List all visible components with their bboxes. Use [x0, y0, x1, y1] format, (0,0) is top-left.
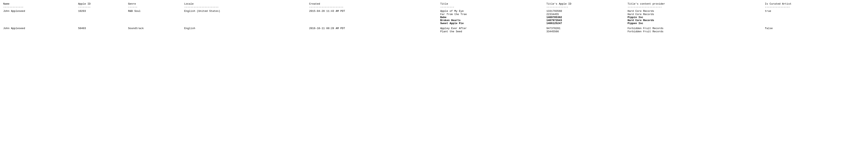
cell-curated: [765, 30, 865, 33]
cell-titleprov: Pippen Inc: [627, 22, 765, 25]
cell-name: [3, 22, 78, 25]
col-header-titleprov: Title's content provider: [627, 2, 765, 6]
cell-titleaid: 1407972643: [546, 19, 627, 22]
main-table: Name Apple ID Genre Locale Created Title…: [3, 2, 865, 33]
cell-created: [309, 30, 440, 33]
cell-titleaid: 1409705302: [546, 16, 627, 19]
cell-appleid: [78, 22, 128, 25]
cell-titleprov: Hard Core Records: [627, 9, 765, 13]
cell-appleid: 50403: [78, 25, 128, 30]
cell-locale: English (United States): [184, 9, 309, 13]
cell-locale: [184, 13, 309, 16]
cell-titleprov: Hard Core Records: [627, 13, 765, 16]
col-header-curated: Is Curated Artist: [765, 2, 865, 6]
table-row: Plant the Seed33445566Forbidden Fruit Re…: [3, 30, 865, 33]
divider-created: ----------------------: [309, 6, 440, 9]
divider-titleprov: ----------------------: [627, 6, 765, 9]
cell-locale: [184, 19, 309, 22]
table-row: Babe1409705302Pippin Inc: [3, 16, 865, 19]
cell-name: John Appleseed: [3, 9, 78, 13]
cell-appleid: [78, 13, 128, 16]
cell-genre: [128, 30, 184, 33]
divider-curated: ----------------: [765, 6, 865, 9]
divider-appleid: --------: [78, 6, 128, 9]
cell-genre: R&B Soul: [128, 9, 184, 13]
cell-name: [3, 13, 78, 16]
cell-title: Broken Hearts: [440, 19, 547, 22]
cell-genre: [128, 19, 184, 22]
cell-created: [309, 19, 440, 22]
divider-title: ---------: [440, 6, 547, 9]
cell-titleaid: 33445566: [546, 30, 627, 33]
cell-curated: [765, 22, 865, 25]
cell-title: Babe: [440, 16, 547, 19]
cell-titleprov: Hard Core Records: [627, 19, 765, 22]
cell-created: [309, 16, 440, 19]
cell-titleprov: Pippin Inc: [627, 16, 765, 19]
cell-appleid: [78, 30, 128, 33]
cell-curated: true: [765, 9, 865, 13]
table-row: Far from the Tree22334455Hard Core Recor…: [3, 13, 865, 16]
cell-locale: [184, 16, 309, 19]
cell-genre: [128, 22, 184, 25]
table-row: Sweet Apple Pie1406125247Pippen Inc: [3, 22, 865, 25]
cell-name: John Appleseed: [3, 25, 78, 30]
divider-titleaid: --------------: [546, 6, 627, 9]
cell-title: Apple of My Eye: [440, 9, 547, 13]
divider-name: -------------: [3, 6, 78, 9]
cell-genre: [128, 13, 184, 16]
table-row: John Appleseed50403SoundtrackEnglish2016…: [3, 25, 865, 30]
column-headers: Name Apple ID Genre Locale Created Title…: [3, 2, 865, 6]
cell-name: [3, 30, 78, 33]
cell-appleid: [78, 19, 128, 22]
cell-titleaid: 22334455: [546, 13, 627, 16]
cell-curated: [765, 19, 865, 22]
cell-curated: false: [765, 25, 865, 30]
cell-title: Sweet Apple Pie: [440, 22, 547, 25]
cell-locale: [184, 22, 309, 25]
cell-name: [3, 19, 78, 22]
cell-locale: [184, 30, 309, 33]
col-header-title: Title: [440, 2, 547, 6]
cell-titleaid: 1406125247: [546, 22, 627, 25]
cell-created: 2016-10-11 08:28 AM PDT: [309, 25, 440, 30]
col-header-created: Created: [309, 2, 440, 6]
cell-titleprov: Forbidden Fruit Records: [627, 30, 765, 33]
cell-title: Appley Ever After: [440, 25, 547, 30]
cell-appleid: 10203: [78, 9, 128, 13]
cell-name: [3, 16, 78, 19]
cell-curated: [765, 16, 865, 19]
cell-titleaid: 947378281: [546, 25, 627, 30]
col-header-genre: Genre: [128, 2, 184, 6]
col-header-name: Name: [3, 2, 78, 6]
divider-locale: ----------------------: [184, 6, 309, 9]
cell-curated: [765, 13, 865, 16]
cell-titleaid: 1331793560: [546, 9, 627, 13]
divider-genre: ------: [128, 6, 184, 9]
table-row: Broken Hearts1407972643Hard Core Records: [3, 19, 865, 22]
cell-genre: Soundtrack: [128, 25, 184, 30]
table-body: John Appleseed10203R&B SoulEnglish (Unit…: [3, 9, 865, 33]
col-header-locale: Locale: [184, 2, 309, 6]
col-header-appleid: Apple ID: [78, 2, 128, 6]
cell-titleprov: Forbidden Fruit Records: [627, 25, 765, 30]
cell-locale: English: [184, 25, 309, 30]
cell-genre: [128, 16, 184, 19]
cell-title: Far from the Tree: [440, 13, 547, 16]
column-dividers: ------------- -------- ------ ----------…: [3, 6, 865, 9]
cell-created: 2015-04-28 11:43 AM PDT: [309, 9, 440, 13]
cell-title: Plant the Seed: [440, 30, 547, 33]
cell-appleid: [78, 16, 128, 19]
col-header-titleaid: Title's Apple ID: [546, 2, 627, 6]
cell-created: [309, 22, 440, 25]
table-row: John Appleseed10203R&B SoulEnglish (Unit…: [3, 9, 865, 13]
cell-created: [309, 13, 440, 16]
